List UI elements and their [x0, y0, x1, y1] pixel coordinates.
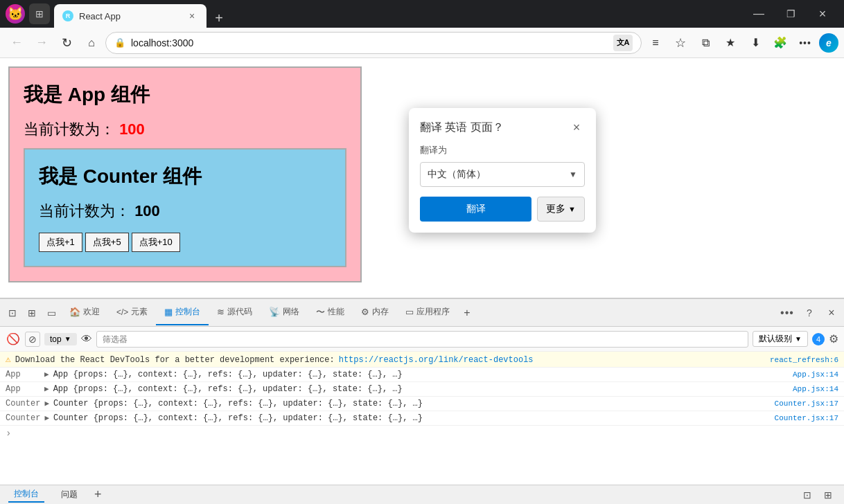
chevron-right-icon: › [6, 428, 11, 439]
console-label: Counter [6, 413, 40, 423]
memory-icon: ⚙ [361, 307, 369, 317]
close-button[interactable]: × [807, 0, 838, 28]
sources-icon: ≋ [217, 307, 225, 317]
counter-component: 我是 Counter 组件 当前计数为： 100 点我+1 点我+5 点我+10 [24, 148, 346, 267]
console-row: Counter ▶ Counter {props: {…}, context: … [0, 411, 844, 426]
reader-button[interactable]: ≡ [644, 32, 667, 54]
console-icon: ▦ [164, 307, 173, 317]
performance-icon: 〜 [316, 306, 325, 318]
tab-welcome[interactable]: 🏠 欢迎 [61, 300, 108, 325]
add-panel-button[interactable]: + [94, 487, 102, 502]
log-level-dropdown[interactable]: 默认级别 ▼ [753, 331, 808, 347]
console-row: App ▶ App {props: {…}, context: {…}, ref… [0, 382, 844, 397]
add-devtools-panel[interactable]: + [458, 300, 475, 325]
counter-btn-1[interactable]: 点我+1 [39, 233, 82, 252]
more-options-button[interactable]: 更多 ▼ [537, 197, 585, 222]
home-icon: 🏠 [69, 307, 80, 317]
address-bar[interactable]: 🔒 localhost:3000 文A [105, 32, 642, 54]
translate-button[interactable]: 文A [613, 35, 633, 51]
devtools-help-button[interactable]: ? [800, 303, 819, 323]
console-source[interactable]: App.jsx:14 [793, 370, 838, 379]
tab-network[interactable]: 📡 网络 [261, 300, 308, 325]
maximize-button[interactable]: ❐ [775, 0, 807, 28]
browser-window: 🐱 ⊞ R React App × + — ❐ × ← → ↻ ⌂ 🔒 loca… [0, 0, 844, 504]
console-input-row: › [0, 426, 844, 441]
console-message: App {props: {…}, context: {…}, refs: {…}… [53, 370, 403, 379]
url-text: localhost:3000 [131, 37, 608, 48]
collections-button[interactable]: ★ [719, 32, 741, 54]
tab-performance[interactable]: 〜 性能 [308, 300, 353, 325]
console-clear-button[interactable]: 🚫 [6, 332, 21, 347]
tab-title: React App [79, 11, 180, 21]
tab-console[interactable]: ▦ 控制台 [156, 300, 209, 325]
downloads-button[interactable]: ⬇ [744, 32, 766, 54]
tab-memory[interactable]: ⚙ 内存 [353, 300, 397, 325]
bottom-tab-console[interactable]: 控制台 [8, 487, 44, 503]
edge-icon[interactable]: e [819, 33, 838, 53]
back-button[interactable]: ← [6, 32, 28, 54]
console-filter-input[interactable] [96, 331, 749, 348]
filter-toggle-button[interactable]: ⊘ [25, 332, 40, 347]
bottom-bar: 控制台 问题 + ⊡ ⊞ [0, 485, 844, 504]
counter-count: 当前计数为： 100 [39, 201, 331, 222]
console-source[interactable]: Counter.jsx:17 [775, 399, 838, 408]
console-arrow[interactable]: ▶ [44, 413, 49, 422]
console-source[interactable]: Counter.jsx:17 [775, 414, 838, 422]
console-arrow[interactable]: ▶ [44, 384, 49, 393]
popup-close-button[interactable]: × [568, 119, 585, 136]
devtools-undock-button[interactable]: ⊡ [3, 303, 22, 323]
lock-icon: 🔒 [114, 37, 125, 48]
console-source[interactable]: App.jsx:14 [793, 385, 838, 393]
tab-elements[interactable]: </> 元素 [108, 300, 156, 325]
home-button[interactable]: ⌂ [80, 32, 103, 54]
profile-avatar[interactable]: 🐱 [6, 4, 25, 24]
forward-button[interactable]: → [30, 32, 53, 54]
devtools-dock-button[interactable]: ⊞ [22, 303, 42, 323]
app-component: 我是 App 组件 当前计数为： 100 我是 Counter 组件 当前计数为… [8, 66, 362, 282]
counter-btn-5[interactable]: 点我+5 [85, 233, 129, 252]
console-close-button[interactable]: ⊞ [820, 487, 836, 503]
bottom-tab-issues[interactable]: 问题 [55, 487, 83, 502]
tab-sources[interactable]: ≋ 源代码 [209, 300, 261, 325]
console-settings-button[interactable]: ⚙ [829, 332, 838, 345]
warning-icon: ⚠ [6, 354, 11, 365]
popup-title: 翻译 英语 页面？ [420, 120, 504, 135]
more-chevron-icon: ▼ [568, 205, 576, 213]
console-arrow[interactable]: ▶ [44, 370, 49, 379]
dock-bottom-button[interactable]: ⊡ [800, 487, 815, 503]
chevron-down-icon: ▼ [569, 170, 577, 179]
devtools-close-sidebar-button[interactable]: ▭ [42, 303, 61, 323]
more-button[interactable]: ••• [794, 32, 816, 54]
top-arrow-icon: ▼ [64, 335, 71, 343]
devtools-more-button[interactable]: ••• [777, 303, 797, 323]
console-arrow[interactable]: ▶ [44, 399, 49, 408]
counter-btn-10[interactable]: 点我+10 [132, 233, 180, 252]
favorites-button[interactable]: ☆ [669, 32, 692, 54]
popup-label: 翻译为 [420, 144, 585, 156]
devtools-link[interactable]: https://reactjs.org/link/react-devtools [339, 355, 534, 365]
devtools-close-button[interactable]: × [822, 303, 841, 323]
tab-application[interactable]: ▭ 应用程序 [397, 300, 458, 325]
console-row: Counter ▶ Counter {props: {…}, context: … [0, 397, 844, 411]
eye-button[interactable]: 👁 [81, 333, 92, 345]
translate-submit-button[interactable]: 翻译 [420, 197, 531, 222]
application-icon: ▭ [405, 307, 414, 317]
tab-favicon: R [62, 10, 73, 21]
browser-tab[interactable]: R React App × [54, 4, 206, 28]
console-source[interactable]: react_refresh:6 [770, 356, 838, 364]
devtools: ⊡ ⊞ ▭ 🏠 欢迎 </> 元素 ▦ 控制台 ≋ 源代码 [0, 298, 844, 485]
top-context-badge[interactable]: top ▼ [44, 333, 77, 345]
split-view-button[interactable]: ⧉ [694, 32, 716, 54]
new-tab-button[interactable]: + [209, 8, 229, 28]
refresh-button[interactable]: ↻ [55, 32, 78, 54]
sidebar-toggle[interactable]: ⊞ [29, 3, 50, 24]
minimize-button[interactable]: — [743, 0, 775, 28]
console-message: Counter {props: {…}, context: {…}, refs:… [53, 399, 423, 408]
console-output: ⚠ Download the React DevTools for a bett… [0, 352, 844, 485]
console-row: ⚠ Download the React DevTools for a bett… [0, 352, 844, 368]
language-select[interactable]: 中文（简体） ▼ [420, 162, 585, 187]
level-arrow-icon: ▼ [795, 335, 802, 343]
extensions-button[interactable]: 🧩 [769, 32, 791, 54]
tab-close-icon[interactable]: × [186, 10, 198, 22]
counter-title: 我是 Counter 组件 [39, 163, 331, 190]
